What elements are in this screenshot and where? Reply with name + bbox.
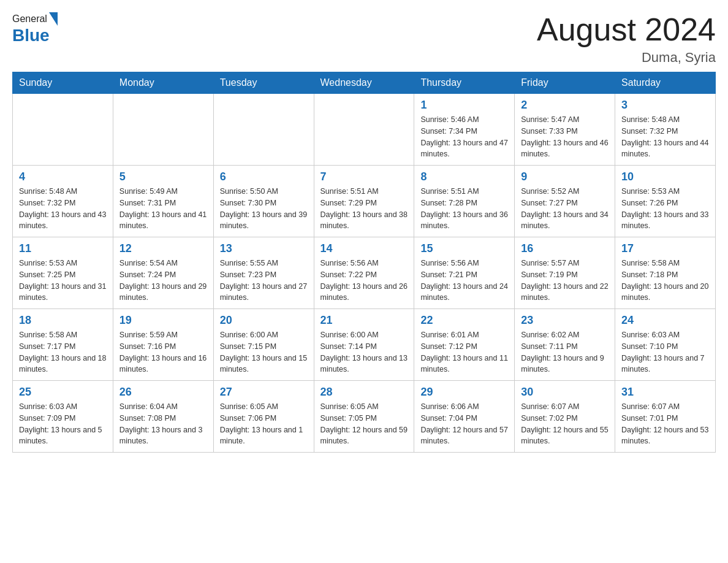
- day-info: Sunrise: 5:48 AMSunset: 7:32 PMDaylight:…: [19, 186, 107, 232]
- day-of-week-header: Friday: [515, 72, 615, 94]
- calendar-day-cell: 29Sunrise: 6:06 AMSunset: 7:04 PMDayligh…: [414, 381, 515, 453]
- calendar-day-cell: 30Sunrise: 6:07 AMSunset: 7:02 PMDayligh…: [515, 381, 615, 453]
- calendar-day-cell: 21Sunrise: 6:00 AMSunset: 7:14 PMDayligh…: [314, 309, 414, 381]
- logo-general-text: General: [12, 13, 47, 25]
- day-info: Sunrise: 5:48 AMSunset: 7:32 PMDaylight:…: [621, 114, 709, 160]
- calendar-day-cell: 7Sunrise: 5:51 AMSunset: 7:29 PMDaylight…: [314, 166, 414, 237]
- calendar-day-cell: 17Sunrise: 5:58 AMSunset: 7:18 PMDayligh…: [615, 237, 716, 309]
- day-number: 9: [521, 170, 609, 183]
- day-number: 2: [521, 99, 609, 112]
- calendar-day-cell: 27Sunrise: 6:05 AMSunset: 7:06 PMDayligh…: [213, 381, 314, 453]
- day-info: Sunrise: 6:05 AMSunset: 7:06 PMDaylight:…: [220, 401, 308, 447]
- calendar-header: SundayMondayTuesdayWednesdayThursdayFrid…: [13, 72, 716, 94]
- day-info: Sunrise: 5:58 AMSunset: 7:18 PMDaylight:…: [621, 258, 709, 304]
- day-info: Sunrise: 5:51 AMSunset: 7:29 PMDaylight:…: [320, 186, 408, 232]
- day-of-week-header: Wednesday: [314, 72, 414, 94]
- calendar-day-cell: 15Sunrise: 5:56 AMSunset: 7:21 PMDayligh…: [414, 237, 515, 309]
- calendar-day-cell: 22Sunrise: 6:01 AMSunset: 7:12 PMDayligh…: [414, 309, 515, 381]
- day-number: 12: [119, 242, 207, 255]
- day-info: Sunrise: 6:07 AMSunset: 7:02 PMDaylight:…: [521, 401, 609, 447]
- logo-blue-text: Blue: [12, 26, 50, 45]
- day-info: Sunrise: 5:50 AMSunset: 7:30 PMDaylight:…: [220, 186, 308, 232]
- day-info: Sunrise: 5:53 AMSunset: 7:25 PMDaylight:…: [19, 258, 107, 304]
- day-number: 3: [621, 99, 709, 112]
- day-info: Sunrise: 6:01 AMSunset: 7:12 PMDaylight:…: [420, 329, 508, 375]
- calendar-day-cell: 28Sunrise: 6:05 AMSunset: 7:05 PMDayligh…: [314, 381, 414, 453]
- day-number: 1: [420, 99, 508, 112]
- calendar-day-cell: 4Sunrise: 5:48 AMSunset: 7:32 PMDaylight…: [13, 166, 113, 237]
- calendar-day-cell: 25Sunrise: 6:03 AMSunset: 7:09 PMDayligh…: [13, 381, 113, 453]
- calendar-day-cell: 26Sunrise: 6:04 AMSunset: 7:08 PMDayligh…: [113, 381, 213, 453]
- calendar-day-cell: 8Sunrise: 5:51 AMSunset: 7:28 PMDaylight…: [414, 166, 515, 237]
- day-number: 26: [119, 386, 207, 399]
- location-subtitle: Duma, Syria: [537, 50, 716, 66]
- day-info: Sunrise: 6:00 AMSunset: 7:14 PMDaylight:…: [320, 329, 408, 375]
- calendar-day-cell: 14Sunrise: 5:56 AMSunset: 7:22 PMDayligh…: [314, 237, 414, 309]
- day-info: Sunrise: 5:46 AMSunset: 7:34 PMDaylight:…: [420, 114, 508, 160]
- day-number: 5: [119, 170, 207, 183]
- day-number: 25: [19, 386, 107, 399]
- day-number: 19: [119, 314, 207, 327]
- day-info: Sunrise: 5:53 AMSunset: 7:26 PMDaylight:…: [621, 186, 709, 232]
- calendar-day-cell: 1Sunrise: 5:46 AMSunset: 7:34 PMDaylight…: [414, 94, 515, 166]
- day-info: Sunrise: 5:55 AMSunset: 7:23 PMDaylight:…: [220, 258, 308, 304]
- days-header-row: SundayMondayTuesdayWednesdayThursdayFrid…: [13, 72, 716, 94]
- day-of-week-header: Monday: [113, 72, 213, 94]
- calendar-week-row: 1Sunrise: 5:46 AMSunset: 7:34 PMDaylight…: [13, 94, 716, 166]
- day-number: 31: [621, 386, 709, 399]
- day-number: 20: [220, 314, 308, 327]
- calendar-week-row: 25Sunrise: 6:03 AMSunset: 7:09 PMDayligh…: [13, 381, 716, 453]
- calendar-day-cell: [314, 94, 414, 166]
- day-info: Sunrise: 6:00 AMSunset: 7:15 PMDaylight:…: [220, 329, 308, 375]
- calendar-day-cell: 24Sunrise: 6:03 AMSunset: 7:10 PMDayligh…: [615, 309, 716, 381]
- day-number: 21: [320, 314, 408, 327]
- calendar-week-row: 4Sunrise: 5:48 AMSunset: 7:32 PMDaylight…: [13, 166, 716, 237]
- day-info: Sunrise: 5:56 AMSunset: 7:21 PMDaylight:…: [420, 258, 508, 304]
- day-info: Sunrise: 6:04 AMSunset: 7:08 PMDaylight:…: [119, 401, 207, 447]
- day-info: Sunrise: 6:03 AMSunset: 7:10 PMDaylight:…: [621, 329, 709, 375]
- day-number: 4: [19, 170, 107, 183]
- day-number: 10: [621, 170, 709, 183]
- day-info: Sunrise: 6:05 AMSunset: 7:05 PMDaylight:…: [320, 401, 408, 447]
- calendar-day-cell: [213, 94, 314, 166]
- day-number: 22: [420, 314, 508, 327]
- day-number: 18: [19, 314, 107, 327]
- day-info: Sunrise: 5:52 AMSunset: 7:27 PMDaylight:…: [521, 186, 609, 232]
- calendar-body: 1Sunrise: 5:46 AMSunset: 7:34 PMDaylight…: [13, 94, 716, 453]
- calendar-day-cell: 3Sunrise: 5:48 AMSunset: 7:32 PMDaylight…: [615, 94, 716, 166]
- day-info: Sunrise: 5:56 AMSunset: 7:22 PMDaylight:…: [320, 258, 408, 304]
- day-info: Sunrise: 5:47 AMSunset: 7:33 PMDaylight:…: [521, 114, 609, 160]
- day-info: Sunrise: 6:07 AMSunset: 7:01 PMDaylight:…: [621, 401, 709, 447]
- logo: General Blue: [12, 12, 58, 45]
- calendar-day-cell: 20Sunrise: 6:00 AMSunset: 7:15 PMDayligh…: [213, 309, 314, 381]
- day-of-week-header: Thursday: [414, 72, 515, 94]
- day-number: 23: [521, 314, 609, 327]
- day-info: Sunrise: 6:02 AMSunset: 7:11 PMDaylight:…: [521, 329, 609, 375]
- page-header: General Blue August 2024 Duma, Syria: [12, 12, 716, 66]
- day-of-week-header: Tuesday: [213, 72, 314, 94]
- calendar-day-cell: 9Sunrise: 5:52 AMSunset: 7:27 PMDaylight…: [515, 166, 615, 237]
- calendar-day-cell: 16Sunrise: 5:57 AMSunset: 7:19 PMDayligh…: [515, 237, 615, 309]
- day-number: 7: [320, 170, 408, 183]
- day-number: 13: [220, 242, 308, 255]
- day-number: 28: [320, 386, 408, 399]
- day-number: 30: [521, 386, 609, 399]
- calendar-week-row: 11Sunrise: 5:53 AMSunset: 7:25 PMDayligh…: [13, 237, 716, 309]
- day-number: 17: [621, 242, 709, 255]
- calendar-day-cell: 6Sunrise: 5:50 AMSunset: 7:30 PMDaylight…: [213, 166, 314, 237]
- calendar-table: SundayMondayTuesdayWednesdayThursdayFrid…: [12, 72, 716, 453]
- day-info: Sunrise: 6:06 AMSunset: 7:04 PMDaylight:…: [420, 401, 508, 447]
- day-number: 16: [521, 242, 609, 255]
- day-of-week-header: Sunday: [13, 72, 113, 94]
- day-number: 27: [220, 386, 308, 399]
- calendar-day-cell: 31Sunrise: 6:07 AMSunset: 7:01 PMDayligh…: [615, 381, 716, 453]
- calendar-day-cell: 13Sunrise: 5:55 AMSunset: 7:23 PMDayligh…: [213, 237, 314, 309]
- calendar-day-cell: 12Sunrise: 5:54 AMSunset: 7:24 PMDayligh…: [113, 237, 213, 309]
- day-info: Sunrise: 5:54 AMSunset: 7:24 PMDaylight:…: [119, 258, 207, 304]
- calendar-day-cell: 23Sunrise: 6:02 AMSunset: 7:11 PMDayligh…: [515, 309, 615, 381]
- day-info: Sunrise: 5:57 AMSunset: 7:19 PMDaylight:…: [521, 258, 609, 304]
- day-number: 14: [320, 242, 408, 255]
- day-number: 15: [420, 242, 508, 255]
- title-block: August 2024 Duma, Syria: [537, 12, 716, 66]
- logo-arrow-icon: [49, 12, 58, 26]
